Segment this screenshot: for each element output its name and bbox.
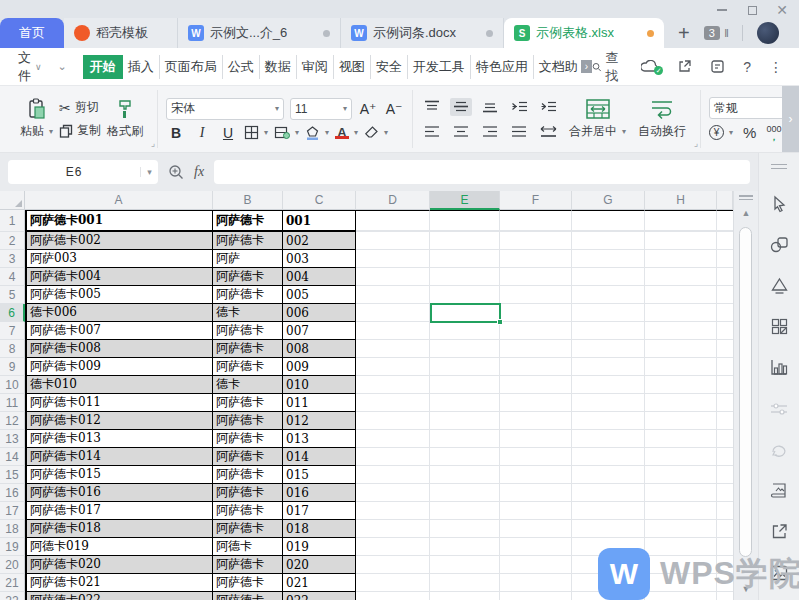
menu-item-视图[interactable]: 视图 <box>334 55 371 79</box>
cell-B17[interactable]: 阿萨德卡 <box>213 502 283 520</box>
user-avatar[interactable] <box>757 22 779 44</box>
cell-F7[interactable] <box>500 322 572 340</box>
cell-F18[interactable] <box>500 520 572 538</box>
cell-B4[interactable]: 阿萨德卡 <box>213 268 283 286</box>
maximize-icon[interactable] <box>745 4 759 16</box>
cell-B6[interactable]: 德卡 <box>213 304 283 322</box>
cell-A7[interactable]: 阿萨德卡007 <box>25 322 213 340</box>
cell-B22[interactable]: 阿萨德卡 <box>213 592 283 600</box>
cell-A16[interactable]: 阿萨德卡016 <box>25 484 213 502</box>
cell-A5[interactable]: 阿萨德卡005 <box>25 286 213 304</box>
cell-E2[interactable] <box>430 232 500 250</box>
increase-indent-button[interactable] <box>537 98 559 116</box>
cell-D12[interactable] <box>356 412 430 430</box>
align-left-button[interactable] <box>421 123 443 141</box>
vertical-scrollbar[interactable]: ▲ ▼ <box>733 191 758 600</box>
column-header-H[interactable]: H <box>645 191 717 210</box>
row-header-17[interactable]: 17 <box>0 502 25 520</box>
cell-D22[interactable] <box>356 592 430 600</box>
cell-partial[interactable] <box>717 430 733 448</box>
row-header-19[interactable]: 19 <box>0 538 25 556</box>
row-header-20[interactable]: 20 <box>0 556 25 574</box>
row-header-18[interactable]: 18 <box>0 520 25 538</box>
cell-C19[interactable]: 019 <box>283 538 356 556</box>
align-center-button[interactable] <box>450 123 472 141</box>
cell-D10[interactable] <box>356 376 430 394</box>
more-options-icon[interactable]: ⋮ <box>769 59 783 75</box>
cell-H2[interactable] <box>645 232 717 250</box>
zoom-formula-icon[interactable] <box>168 164 184 180</box>
cell-partial[interactable] <box>717 466 733 484</box>
cell-A8[interactable]: 阿萨德卡008 <box>25 340 213 358</box>
cell-F12[interactable] <box>500 412 572 430</box>
fx-icon[interactable]: fx <box>194 164 204 180</box>
split-handle[interactable] <box>739 195 753 200</box>
ribbon-expand-button[interactable]: › <box>782 86 799 152</box>
cell-F1[interactable] <box>500 210 572 232</box>
cell-E7[interactable] <box>430 322 500 340</box>
cell-G15[interactable] <box>572 466 645 484</box>
cell-A4[interactable]: 阿萨德卡004 <box>25 268 213 286</box>
row-header-11[interactable]: 11 <box>0 394 25 412</box>
align-top-button[interactable] <box>421 98 443 116</box>
cell-B13[interactable]: 阿萨德卡 <box>213 430 283 448</box>
cell-partial[interactable] <box>717 394 733 412</box>
column-header-D[interactable]: D <box>356 191 430 210</box>
cell-D4[interactable] <box>356 268 430 286</box>
cell-F9[interactable] <box>500 358 572 376</box>
cell-shading-button[interactable]: ▾ <box>274 125 299 140</box>
cell-E22[interactable] <box>430 592 500 600</box>
row-header-14[interactable]: 14 <box>0 448 25 466</box>
notes-icon[interactable] <box>710 59 725 74</box>
cell-C3[interactable]: 003 <box>283 250 356 268</box>
format-painter-button[interactable]: 格式刷 <box>101 98 149 140</box>
column-header-C[interactable]: C <box>283 191 356 210</box>
cell-B10[interactable]: 德卡 <box>213 376 283 394</box>
font-color-button[interactable]: A▾ <box>335 127 358 139</box>
cell-G7[interactable] <box>572 322 645 340</box>
cell-D14[interactable] <box>356 448 430 466</box>
cell-F15[interactable] <box>500 466 572 484</box>
menu-item-数据[interactable]: 数据 <box>260 55 297 79</box>
cell-H10[interactable] <box>645 376 717 394</box>
cloud-sync-icon[interactable]: ✓ <box>641 60 659 73</box>
align-bottom-button[interactable] <box>479 98 501 116</box>
tab-document-0[interactable]: 稻壳模板 <box>64 18 178 48</box>
row-header-4[interactable]: 4 <box>0 268 25 286</box>
cell-F19[interactable] <box>500 538 572 556</box>
cell-G13[interactable] <box>572 430 645 448</box>
help-icon[interactable]: ? <box>743 59 751 75</box>
cell-F6[interactable] <box>500 304 572 322</box>
row-header-8[interactable]: 8 <box>0 340 25 358</box>
cell-E5[interactable] <box>430 286 500 304</box>
menu-item-公式[interactable]: 公式 <box>223 55 260 79</box>
cell-G4[interactable] <box>572 268 645 286</box>
paste-button[interactable]: 粘贴▾ <box>14 98 59 140</box>
cell-A1[interactable]: 阿萨德卡001 <box>25 210 213 232</box>
close-icon[interactable]: ✕ <box>775 4 789 16</box>
cell-C11[interactable]: 011 <box>283 394 356 412</box>
cell-F21[interactable] <box>500 574 572 592</box>
cell-A2[interactable]: 阿萨德卡002 <box>25 232 213 250</box>
cell-B11[interactable]: 阿萨德卡 <box>213 394 283 412</box>
menu-item-开始[interactable]: 开始 <box>83 55 123 79</box>
increase-font-button[interactable]: A⁺ <box>358 101 378 117</box>
borders-button[interactable]: ▾ <box>244 125 268 140</box>
cell-C15[interactable]: 015 <box>283 466 356 484</box>
cell-partial[interactable] <box>717 340 733 358</box>
cell-E14[interactable] <box>430 448 500 466</box>
row-header-21[interactable]: 21 <box>0 574 25 592</box>
cell-E13[interactable] <box>430 430 500 448</box>
row-header-10[interactable]: 10 <box>0 376 25 394</box>
cell-G12[interactable] <box>572 412 645 430</box>
cell-H13[interactable] <box>645 430 717 448</box>
menu-item-页面布局[interactable]: 页面布局 <box>160 55 223 79</box>
bold-button[interactable]: B <box>166 125 186 141</box>
cell-F10[interactable] <box>500 376 572 394</box>
window-count-badge[interactable]: 3 <box>704 26 720 40</box>
scroll-up-icon[interactable]: ▲ <box>734 208 758 218</box>
cell-A14[interactable]: 阿萨德卡014 <box>25 448 213 466</box>
cell-E1[interactable] <box>430 210 500 232</box>
cell-C22[interactable]: 022 <box>283 592 356 600</box>
column-header-B[interactable]: B <box>213 191 283 210</box>
